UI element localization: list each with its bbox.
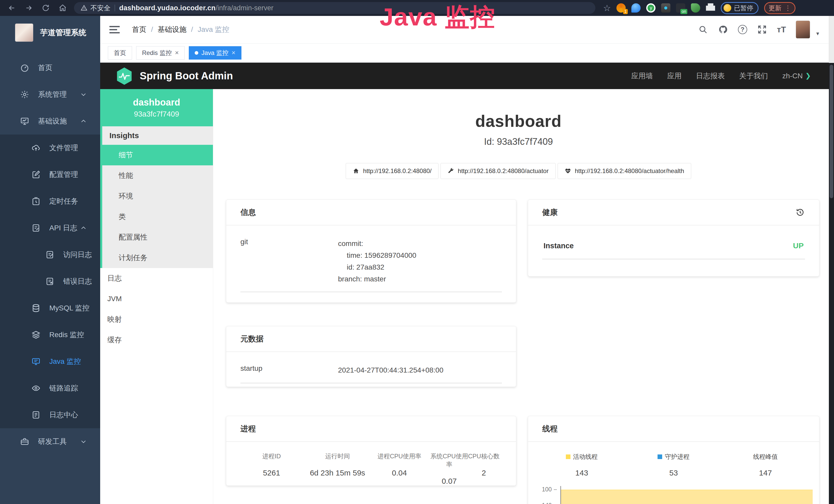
breadcrumb-item[interactable]: Java 监控 — [198, 25, 229, 35]
sidebar-menu-item[interactable]: 基础设施 — [0, 108, 100, 135]
extension-icon[interactable] — [661, 3, 671, 13]
instance-menu-item[interactable]: 缓存 — [100, 330, 213, 350]
health-card: 健康 Instance UP — [528, 200, 819, 276]
font-size-icon[interactable]: ᴛT — [777, 25, 786, 35]
sidebar-menu-item[interactable]: 首页 — [0, 54, 100, 81]
git-info-line: branch: master — [338, 273, 416, 285]
view-tag[interactable]: 首页 × — [108, 46, 132, 60]
extension-icon[interactable]: on — [676, 3, 685, 13]
forward-icon[interactable] — [24, 3, 34, 13]
instance-header[interactable]: dashboard 93a3fc7f7409 — [100, 89, 213, 126]
row-divider — [240, 292, 502, 292]
sidebar-menu-item[interactable]: 研发工具 — [0, 428, 100, 455]
instance-links: http://192.168.0.2:48080/ http://192.168… — [213, 163, 824, 179]
back-icon[interactable] — [7, 3, 17, 13]
sidebar-menu-item[interactable]: 文件管理 — [0, 135, 100, 161]
sba-nav-item[interactable]: 应用墙 — [631, 71, 653, 81]
help-icon[interactable]: ? — [738, 25, 747, 34]
sidebar-menu-item[interactable]: API 日志 — [0, 215, 100, 241]
extension-icon[interactable]: 1 — [616, 3, 626, 13]
sidebar-menu-item[interactable]: 系统管理 — [0, 81, 100, 108]
menu-kebab-icon[interactable]: ⋮ — [785, 5, 791, 11]
menu-item-icon — [31, 384, 41, 393]
instance-menu-item[interactable]: 日志 — [100, 268, 213, 289]
puzzle-extensions-icon[interactable] — [706, 3, 715, 13]
health-instance-row[interactable]: Instance UP — [528, 225, 819, 250]
insights-section-label: Insights — [102, 126, 213, 145]
close-icon[interactable]: × — [175, 49, 179, 57]
instance-menu-item[interactable]: 映射 — [100, 309, 213, 330]
sidebar-menu-item[interactable]: 日志中心 — [0, 402, 100, 428]
menu-item-label: 定时任务 — [49, 197, 78, 206]
instance-menu-item[interactable]: JVM — [100, 289, 213, 309]
paused-badge[interactable]: 已暂停 — [721, 2, 759, 14]
extension-icon[interactable] — [631, 3, 641, 13]
menu-item-icon — [31, 303, 41, 313]
scrollbar-thumb[interactable] — [830, 65, 833, 198]
legend-item: 线程峰值 147 — [720, 453, 811, 477]
sba-brand-title[interactable]: Spring Boot Admin — [140, 70, 233, 82]
sidebar-menu-item[interactable]: 定时任务 — [0, 188, 100, 215]
menu-item-label: 基础设施 — [38, 116, 67, 126]
instance-menu-item[interactable]: 细节 — [100, 145, 213, 165]
app-logo — [15, 23, 34, 42]
process-column: 系统CPU使用率 0.07 — [431, 452, 468, 485]
instance-sidebar: dashboard 93a3fc7f7409 Insights 细节 性能 — [100, 89, 213, 504]
instance-url-button[interactable]: http://192.168.0.2:48080/ — [346, 163, 438, 179]
breadcrumb-item[interactable]: 基础设施 — [158, 25, 198, 35]
sidebar-menu-item[interactable]: 错误日志 — [0, 268, 100, 295]
fullscreen-icon[interactable] — [757, 24, 767, 35]
sidebar-menu-item[interactable]: MySQL 监控 — [0, 295, 100, 321]
view-tag[interactable]: Redis 监控 × — [136, 46, 185, 60]
github-icon[interactable] — [718, 24, 728, 35]
card-title: 信息 — [240, 207, 256, 218]
sidebar-menu-item[interactable]: 访问日志 — [0, 241, 100, 268]
page-title: dashboard — [213, 112, 824, 131]
sidebar-menu-item[interactable]: 配置管理 — [0, 161, 100, 188]
hamburger-icon[interactable] — [109, 26, 120, 33]
reload-icon[interactable] — [41, 3, 51, 13]
instance-url-button[interactable]: http://192.168.0.2:48080/actuator/health — [557, 163, 691, 179]
menu-item-label: 首页 — [38, 63, 52, 73]
extension-icon[interactable]: y — [648, 5, 654, 11]
sidebar-menu-item[interactable]: Java 监控 — [0, 348, 100, 375]
user-avatar[interactable] — [796, 21, 810, 39]
view-tag[interactable]: Java 监控 × — [189, 46, 241, 60]
app-logo-row[interactable]: 芋道管理系统 — [0, 16, 100, 49]
sidebar-menu-item[interactable]: Redis 监控 — [0, 321, 100, 348]
menu-item-icon — [20, 90, 29, 99]
menu-item-label: Redis 监控 — [49, 330, 84, 340]
search-icon[interactable] — [698, 24, 708, 35]
browser-scrollbar[interactable] — [829, 16, 834, 504]
instance-menu-item[interactable]: 类 — [102, 206, 213, 227]
menu-item-label: MySQL 监控 — [49, 303, 89, 313]
legend-swatch — [566, 455, 570, 459]
avatar-caret-icon[interactable]: ▾ — [816, 30, 819, 37]
sba-nav-item[interactable]: 关于我们 — [739, 71, 768, 81]
home-icon[interactable] — [58, 3, 68, 13]
page-annotation: Java 监控 — [380, 1, 496, 34]
menu-item-icon — [20, 437, 29, 446]
column-header: 系统CPU使用率 — [431, 452, 468, 468]
sba-nav: 应用墙应用日志报表关于我们 zh-CN ❯ — [631, 71, 811, 81]
instance-menu-item[interactable]: 性能 — [102, 165, 213, 186]
sba-nav-item[interactable]: 日志报表 — [696, 71, 725, 81]
sba-nav-item[interactable]: 应用 — [667, 71, 682, 81]
instance-id: 93a3fc7f7409 — [134, 110, 179, 118]
instance-menu-item[interactable]: 配置属性 — [102, 227, 213, 248]
bookmark-star-icon[interactable]: ☆ — [603, 4, 611, 12]
instance-menu-item[interactable]: 环境 — [102, 186, 213, 206]
legend-item: 守护进程 53 — [628, 453, 720, 477]
address-bar[interactable]: 不安全 dashboard.yudao.iocoder.cn /infra/ad… — [74, 2, 595, 14]
chrome-update-button[interactable]: 更新 ⋮ — [764, 2, 795, 14]
close-icon[interactable]: × — [232, 49, 236, 57]
tags-view-bar: 首页 × Redis 监控 × Java 监控 × — [100, 43, 829, 63]
breadcrumb-item[interactable]: 首页 — [132, 25, 158, 35]
sidebar-menu-item[interactable]: 链路追踪 — [0, 375, 100, 402]
instance-url-button[interactable]: http://192.168.0.2:48080/actuator — [440, 163, 555, 179]
sba-header: Spring Boot Admin 应用墙应用日志报表关于我们 zh-CN ❯ — [100, 63, 829, 89]
locale-selector[interactable]: zh-CN ❯ — [782, 72, 811, 80]
extension-icon[interactable] — [691, 3, 700, 13]
history-icon[interactable] — [795, 207, 805, 217]
instance-menu-item[interactable]: 计划任务 — [102, 248, 213, 268]
